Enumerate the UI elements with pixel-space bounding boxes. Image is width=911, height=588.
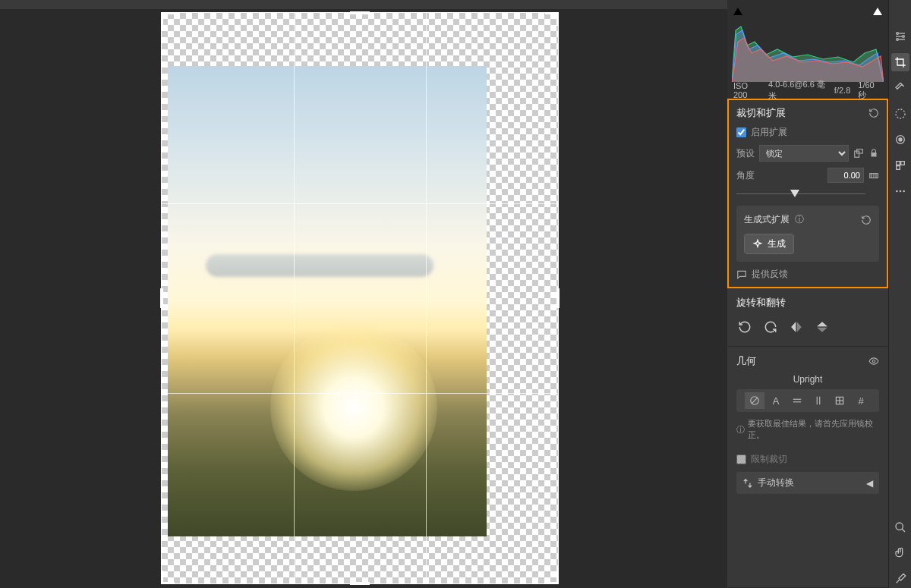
sampler-tool[interactable]: [891, 570, 909, 588]
info-icon[interactable]: ⓘ: [794, 215, 805, 225]
upright-guided-button[interactable]: #: [851, 392, 871, 409]
rotate-flip-section: 旋转和翻转: [727, 288, 888, 347]
histogram-graph: [732, 8, 884, 83]
upright-off-button[interactable]: [745, 392, 764, 409]
crop-handle-top[interactable]: [350, 11, 370, 14]
enable-expand-checkbox[interactable]: [736, 127, 746, 137]
straighten-icon[interactable]: [868, 170, 879, 181]
canvas-area[interactable]: [0, 0, 727, 588]
more-tool[interactable]: [891, 182, 909, 200]
eye-icon[interactable]: [868, 356, 879, 366]
svg-point-29: [899, 190, 901, 193]
presets-tool[interactable]: [891, 156, 909, 175]
crop-expand-section: 裁切和扩展 启用扩展 预设 锁定 角度: [727, 99, 888, 288]
chat-icon: [736, 269, 747, 280]
crop-section-title: 裁切和扩展: [736, 106, 786, 120]
shutter-label: 1/60 秒: [858, 80, 882, 101]
transform-icon: [742, 478, 753, 489]
preset-label: 预设: [736, 147, 755, 160]
feedback-link[interactable]: 提供反馈: [736, 268, 879, 281]
upright-level-button[interactable]: [787, 392, 807, 409]
preset-select[interactable]: 锁定: [759, 145, 849, 162]
gen-reset-icon[interactable]: [861, 215, 872, 225]
svg-line-8: [752, 398, 758, 404]
lock-icon[interactable]: [868, 148, 879, 159]
upright-vertical-button[interactable]: [809, 392, 828, 409]
rotate-ccw-button[interactable]: [736, 319, 753, 335]
lens-label: 4.0-6.6@6.6 毫米: [768, 79, 827, 102]
crop-handle-bottom-right[interactable]: [545, 571, 559, 584]
upright-auto-button[interactable]: A: [766, 392, 786, 409]
aperture-label: f/2.8: [834, 86, 850, 95]
svg-line-32: [902, 529, 905, 532]
image-preview: [168, 66, 487, 536]
svg-point-30: [903, 190, 905, 193]
crop-handle-bottom-left[interactable]: [161, 571, 175, 584]
constrain-crop-checkbox[interactable]: [736, 454, 746, 464]
geometry-note: ⓘ要获取最佳结果，请首先应用镜校正。: [736, 418, 879, 441]
crop-frame[interactable]: [161, 12, 559, 584]
gen-expand-title: 生成式扩展: [744, 213, 790, 226]
svg-point-17: [902, 36, 904, 38]
hand-tool[interactable]: [891, 544, 909, 562]
angle-slider[interactable]: [736, 189, 879, 200]
edit-tool[interactable]: [891, 27, 909, 46]
svg-rect-25: [896, 162, 900, 165]
top-bar: [0, 0, 727, 9]
rotate-section-title: 旋转和翻转: [736, 296, 786, 310]
generative-expand-box: 生成式扩展 ⓘ 生成: [736, 206, 879, 262]
crop-handle-right[interactable]: [556, 288, 560, 308]
crop-handle-top-right[interactable]: [545, 12, 559, 26]
mask-tool[interactable]: [891, 105, 909, 123]
svg-point-22: [896, 109, 905, 118]
svg-rect-27: [896, 166, 900, 170]
right-panel: ISO 200 4.0-6.6@6.6 毫米 f/2.8 1/60 秒 裁切和扩…: [727, 0, 888, 588]
reset-icon[interactable]: [868, 108, 879, 118]
manual-transform-toggle[interactable]: 手动转换 ◀: [736, 472, 879, 494]
flip-vertical-button[interactable]: [814, 319, 831, 335]
redeye-tool[interactable]: [891, 130, 909, 149]
svg-point-31: [896, 523, 903, 530]
angle-input[interactable]: [827, 168, 864, 183]
zoom-tool[interactable]: [891, 518, 909, 536]
constrain-crop-label: 限制裁切: [751, 453, 787, 466]
vertical-toolbar: [888, 0, 911, 588]
svg-point-16: [896, 33, 898, 35]
healing-tool[interactable]: [891, 79, 909, 97]
metadata-bar: ISO 200 4.0-6.6@6.6 毫米 f/2.8 1/60 秒: [727, 82, 888, 99]
svg-point-6: [872, 360, 875, 363]
generate-button[interactable]: 生成: [744, 234, 794, 254]
iso-label: ISO 200: [733, 81, 761, 99]
svg-rect-26: [900, 162, 904, 165]
svg-point-24: [899, 138, 902, 141]
upright-label: Upright: [736, 374, 879, 385]
svg-point-18: [896, 39, 898, 41]
upright-full-button[interactable]: [830, 392, 850, 409]
crop-handle-top-left[interactable]: [161, 12, 175, 26]
flip-horizontal-button[interactable]: [788, 319, 805, 335]
geometry-section: 几何 Upright A # ⓘ要获取最佳结果，请首先应用镜校正。 限制裁切 手…: [727, 347, 888, 588]
angle-label: 角度: [736, 169, 755, 182]
enable-expand-label: 启用扩展: [751, 126, 787, 139]
sparkle-icon: [752, 239, 763, 250]
swap-orientation-icon[interactable]: [853, 148, 864, 159]
upright-mode-group: A #: [736, 389, 879, 412]
rotate-cw-button[interactable]: [762, 319, 779, 335]
crop-handle-left[interactable]: [160, 288, 163, 308]
geometry-section-title: 几何: [736, 354, 756, 368]
svg-point-28: [896, 190, 898, 193]
histogram[interactable]: ISO 200 4.0-6.6@6.6 毫米 f/2.8 1/60 秒: [727, 0, 888, 99]
crop-handle-bottom[interactable]: [350, 582, 370, 585]
crop-tool[interactable]: [891, 53, 909, 71]
chevron-left-icon: ◀: [866, 478, 873, 489]
